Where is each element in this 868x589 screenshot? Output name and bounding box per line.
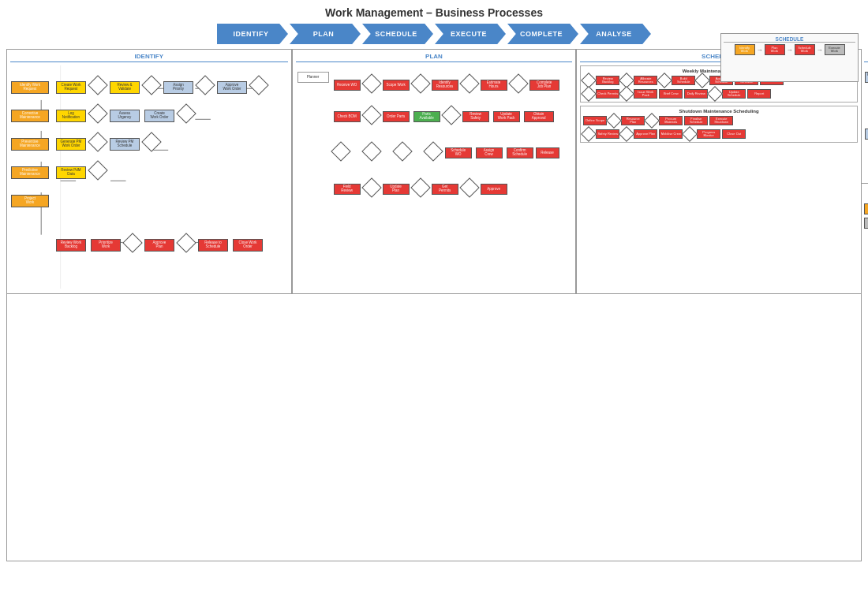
plan-bot-4: Approve xyxy=(481,184,507,195)
plan-r1-3: IdentifyResources xyxy=(432,80,458,91)
plan-r1-2: Scope Work xyxy=(383,80,410,91)
identify-entry-1: Identify WorkRequest xyxy=(11,81,49,94)
plan-r2-3: PartsAvailable xyxy=(413,111,440,122)
main-container: Work Management – Business Processes IDE… xyxy=(0,0,868,589)
plan-r2-1: Check BOM xyxy=(334,111,361,122)
plan-bot-1: FieldReview xyxy=(334,184,361,195)
page-title: Work Management – Business Processes xyxy=(6,6,862,19)
plan-dbot-2 xyxy=(410,177,430,197)
sched-r2-3: Brief Crew xyxy=(659,89,683,99)
shut-r2-2: Approve Plan xyxy=(634,129,657,139)
id-bot-3: ApprovePlan xyxy=(144,239,174,252)
plan-d1-3 xyxy=(459,73,479,93)
sched-r2-6: Report xyxy=(747,89,771,99)
identify-entry-5: ProjectWork xyxy=(11,195,49,207)
bottom-left: EXECUTE Receive WorkOrder Pre-TaskSafety xyxy=(861,50,868,561)
shut-d2 xyxy=(644,113,660,129)
identify-flow: Identify WorkRequest CorrectiveMaintenan… xyxy=(10,65,288,289)
plan-dbot-1 xyxy=(361,177,381,197)
id-r2-1: LogNotification xyxy=(56,110,86,122)
plan-r2-6: ObtainApproval xyxy=(524,111,554,122)
execute-section: EXECUTE Receive WorkOrder Pre-TaskSafety xyxy=(861,50,868,183)
sm-box1: IdentifyWork xyxy=(735,44,755,55)
plan-d2-2 xyxy=(441,105,461,125)
id-r3-2: Review PMSchedule xyxy=(110,138,140,151)
breakdown-section: BREAKDOWN – IDENTIFY / PLAN / SCHEDULE /… xyxy=(861,184,868,561)
identify-entry-2: CorrectiveMaintenance xyxy=(11,110,49,122)
content-area: IDENTIFY xyxy=(6,49,862,561)
plan-d3-1 xyxy=(331,141,350,161)
sched-r2-1: Check Permits xyxy=(596,89,619,99)
plan-r2-4: ReviewSafety xyxy=(462,111,489,122)
execute-title: EXECUTE xyxy=(864,53,868,62)
id-bot-5: Close WorkOrder xyxy=(233,239,263,252)
plan-d3-3 xyxy=(392,141,412,161)
shut-r1-2: Resource Plan xyxy=(621,116,645,125)
sched-r1-3: Build Schedule xyxy=(672,76,695,85)
shut-r2-1: Safety Review xyxy=(596,129,619,139)
id-r3-1: Generate PMWork Order xyxy=(56,138,86,151)
banner-plan: PLAN xyxy=(290,24,361,44)
top-row: IDENTIFY xyxy=(7,50,861,294)
plan-d3-4 xyxy=(423,141,443,161)
id-d3-1 xyxy=(88,132,107,151)
shut-d5 xyxy=(682,126,698,142)
plan-d2-1 xyxy=(361,105,381,125)
plan-entry: Planner xyxy=(297,72,329,83)
sched-d6 xyxy=(619,86,634,102)
id-r1-1: Create WorkRequest xyxy=(56,81,86,94)
banner-analyse: ANALYSE xyxy=(580,24,651,44)
sched-r2-2: Issue Work Pack xyxy=(634,89,657,99)
id-r1-3: AssignPriority xyxy=(163,81,193,94)
id-r2-2: AssessUrgency xyxy=(110,110,140,122)
identify-section: IDENTIFY xyxy=(7,50,292,293)
plan-flow: Planner Receive WO Scope Work IdentifyRe… xyxy=(296,65,573,289)
plan-r3-2: AssignCrew xyxy=(476,147,503,158)
sched-r2-4: Daily Review xyxy=(684,89,708,99)
banner-complete: COMPLETE xyxy=(507,24,578,44)
shut-r2-5: Close Out xyxy=(722,129,746,139)
identify-entry-3: PreventiveMaintenance xyxy=(11,138,49,151)
plan-d3-2 xyxy=(361,141,381,161)
sm-box3: ScheduleWork xyxy=(795,44,815,55)
schedule-minimap-title: SCHEDULE xyxy=(724,36,855,43)
plan-d1-1 xyxy=(361,73,381,93)
schedule-minimap: SCHEDULE IdentifyWork → PlanWork → Sched… xyxy=(720,33,859,82)
bottom-row: EXECUTE Receive WorkOrder Pre-TaskSafety xyxy=(861,50,868,561)
identify-entry-4: PredictiveMaintenance xyxy=(11,166,49,179)
id-d3-2 xyxy=(141,132,161,151)
sched-r1-1: Review Backlog xyxy=(596,76,619,85)
id-d1-2 xyxy=(141,75,161,95)
plan-d1-2 xyxy=(410,73,430,93)
id-d4-1 xyxy=(88,160,107,180)
execute-complete-row: EXECUTE Receive WorkOrder Pre-TaskSafety xyxy=(861,50,868,184)
id-dbot-2 xyxy=(176,233,196,252)
sched-d5 xyxy=(581,86,597,102)
plan-r1-4: EstimateHours xyxy=(481,80,507,91)
id-r2-3: CreateWork Order xyxy=(144,110,174,122)
id-dbot-1 xyxy=(122,233,142,252)
plan-section: PLAN Planner Receive WO Scope Wo xyxy=(292,50,577,293)
execute-flow: Receive WorkOrder Pre-TaskSafety Execute… xyxy=(864,65,868,178)
shut-r2-4: Progress Monitor xyxy=(697,129,720,139)
shut-r1-5: Execute Shutdown xyxy=(709,116,733,125)
id-d1-1 xyxy=(88,75,107,95)
bd-entry-2: PM Stop xyxy=(864,218,868,229)
id-r1-4: ApproveWork Order xyxy=(217,81,247,94)
plan-r1-1: Receive WO xyxy=(334,80,361,91)
exec-entry-2: SupervisorReview xyxy=(865,129,868,140)
plan-bot-3: GetPermits xyxy=(432,184,458,195)
id-bot-4: Release toSchedule xyxy=(198,239,228,252)
sched-d4 xyxy=(694,73,710,88)
banner-schedule: SCHEDULE xyxy=(362,24,433,44)
id-d1-3 xyxy=(195,75,215,95)
plan-d1-4 xyxy=(508,73,528,93)
plan-r2-2: Order Parts xyxy=(383,111,410,122)
shut-r2-3: Mobilise Crew xyxy=(659,129,683,139)
id-d2-2 xyxy=(176,103,196,123)
id-d1-4 xyxy=(249,75,268,95)
shut-d1 xyxy=(606,113,622,129)
id-r4-1: Review PdMData xyxy=(56,166,86,179)
sched-r2-5: Update Schedule xyxy=(722,89,746,99)
sched-d7 xyxy=(707,86,723,102)
